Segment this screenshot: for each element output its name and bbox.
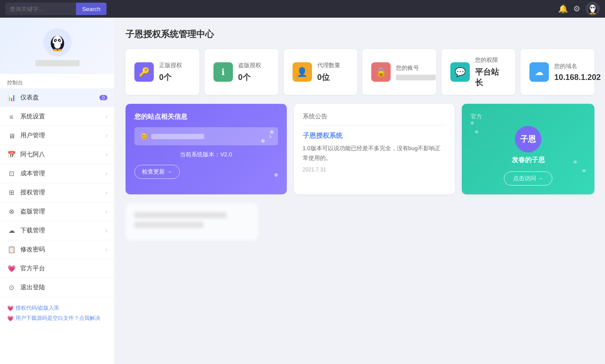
piracy-auth-value: 0个 [238,72,261,83]
stat-info-agent: 代理数量 0位 [317,61,340,83]
announce-title: 系统公告 [303,113,446,125]
arrow-icon: › [106,190,107,196]
sidebar-section-label: 控制台 [0,74,114,88]
agent-count-value: 0位 [317,72,340,83]
account-icon: 🔒 [371,62,391,82]
a7a8-icon: 📅 [7,150,16,159]
user-management-icon: 🖥 [7,131,16,140]
sidebar-item-cost-management[interactable]: ⊡ 成本管理 › [0,164,114,183]
official-label: 官方 [471,113,482,121]
sidebar-item-change-password[interactable]: 📋 修改密码 › [0,240,114,259]
domain-value: 10.168.1.202 [554,73,601,82]
search-button[interactable]: Search [76,3,107,15]
stat-card-your-account: 🔒 您的账号 [362,49,436,95]
stat-card-your-permission: 💬 您的权限 平台站长 [441,49,515,95]
svg-point-4 [591,7,592,8]
system-settings-icon: ≡ [7,112,16,121]
svg-point-17 [59,40,60,41]
svg-point-22 [57,49,62,51]
sidebar-item-auth-management[interactable]: ⊞ 授权管理 › [0,183,114,202]
official-avatar: 子恩 [515,126,541,152]
svg-point-21 [53,49,57,51]
odot3 [582,169,586,172]
footer-link-2[interactable]: 💗 用户下载源码是空白文件？点我解决 [7,315,107,322]
arrow-icon: › [106,171,107,177]
account-label: 您的账号 [396,64,436,72]
domain-icon: ☁ [529,62,549,82]
permission-value: 平台站长 [475,67,506,88]
sidebar-item-official-platform[interactable]: 💗 官方平台 [0,259,114,278]
arrow-icon: › [106,209,107,215]
site-info-icon: 😊 [141,133,148,140]
piracy-auth-label: 盗版授权 [238,61,261,69]
topbar: Search 🔔 ⚙ [0,0,605,18]
footer-heart-icon-1: 💗 [7,305,14,311]
search-input[interactable] [5,3,76,15]
official-visit-button[interactable]: 点击访问 → [504,171,553,186]
sidebar-item-label: 退出登陆 [20,284,107,292]
dot1 [270,130,274,134]
sidebar-item-label: 仪表盘 [20,94,99,102]
sidebar-item-logout[interactable]: ⊙ 退出登陆 [0,278,114,297]
page-title: 子恩授权系统管理中心 [126,28,594,40]
notification-icon[interactable]: 🔔 [558,4,568,14]
stat-card-agent-count: 👤 代理数量 0位 [284,49,358,95]
stat-info-account: 您的账号 [396,64,436,80]
password-icon: 📋 [7,245,16,254]
site-version: 当前系统版本：V2.0 [134,151,278,159]
sidebar-item-a7a8[interactable]: 📅 阿七阿八 › [0,145,114,164]
sidebar-item-label: 下载管理 [20,227,106,235]
cost-icon: ⊡ [7,169,16,178]
account-value-blurred [396,75,436,80]
agent-icon: 👤 [293,62,312,82]
sidebar-item-label: 修改密码 [20,246,106,254]
site-card: 您的站点相关信息 😊 › 当前系统版本：V2.0 检查更新 → [126,104,287,194]
auth-icon: ⊞ [7,188,16,197]
dashboard-icon: 📊 [7,93,16,102]
official-card: 官方 子恩 发春的子思 点击访问 → [462,104,594,194]
footer-heart-icon-2: 💗 [7,315,14,322]
dashboard-badge: 0 [99,95,107,100]
sidebar-item-label: 系统设置 [20,113,106,121]
layout: 控制台 📊 仪表盘 0 ≡ 系统设置 › 🖥 用户管理 › 📅 阿七阿八 › [0,0,605,364]
settings-icon[interactable]: ⚙ [573,4,580,14]
svg-point-10 [593,13,596,14]
announce-item-title: 子恩授权系统 [303,132,446,140]
blurred-line-1 [134,212,226,218]
blurred-line-2 [134,222,203,228]
sidebar-item-label: 成本管理 [20,170,106,178]
sidebar-item-piracy-management[interactable]: ⊗ 盗版管理 › [0,202,114,221]
arrow-icon: › [106,114,107,120]
sidebar: 控制台 📊 仪表盘 0 ≡ 系统设置 › 🖥 用户管理 › 📅 阿七阿八 › [0,18,115,364]
check-update-button[interactable]: 检查更新 → [134,165,180,179]
stats-row: 🔑 正版授权 0个 ℹ 盗版授权 0个 👤 代理数量 0位 [126,49,594,95]
stat-card-your-domain: ☁ 您的域名 10.168.1.202 [521,49,594,95]
agent-count-label: 代理数量 [317,61,340,69]
svg-point-9 [590,13,593,14]
sidebar-item-label: 授权管理 [20,189,106,197]
svg-point-5 [594,7,594,8]
stat-info-piracy-auth: 盗版授权 0个 [238,61,261,83]
stat-info-domain: 您的域名 10.168.1.202 [554,62,601,82]
footer-link-download[interactable]: 用户下载源码是空白文件？点我解决 [15,315,100,322]
sidebar-item-label: 用户管理 [20,132,106,140]
arrow-icon: › [106,228,107,234]
main-content: 子恩授权系统管理中心 🔑 正版授权 0个 ℹ 盗版授权 0个 👤 [115,18,605,364]
sidebar-item-label: 阿七阿八 [20,151,106,159]
arrow-icon: › [106,246,107,253]
sidebar-item-dashboard[interactable]: 📊 仪表盘 0 [0,88,114,107]
sidebar-item-download-management[interactable]: ☁ 下载管理 › [0,221,114,240]
announce-item-text: 1.0版本可以说功能已经差不多完全，没有bug不影响正常使用的。 [303,144,446,163]
sidebar-item-user-management[interactable]: 🖥 用户管理 › [0,126,114,145]
sidebar-username [35,60,80,66]
sidebar-item-label: 官方平台 [20,265,107,273]
site-card-title: 您的站点相关信息 [134,113,278,121]
footer-link-1[interactable]: 💗 授权代码/盗版入库 [7,304,107,312]
sidebar-item-system-settings[interactable]: ≡ 系统设置 › [0,107,114,126]
topbar-right: 🔔 ⚙ [558,2,600,16]
sidebar-footer: 💗 授权代码/盗版入库 💗 用户下载源码是空白文件？点我解决 [0,297,114,332]
footer-link-auth[interactable]: 授权代码/盗版入库 [15,304,59,312]
stat-info-permission: 您的权限 平台站长 [475,56,506,88]
topbar-avatar[interactable] [586,2,600,16]
official-auth-value: 0个 [159,72,182,83]
